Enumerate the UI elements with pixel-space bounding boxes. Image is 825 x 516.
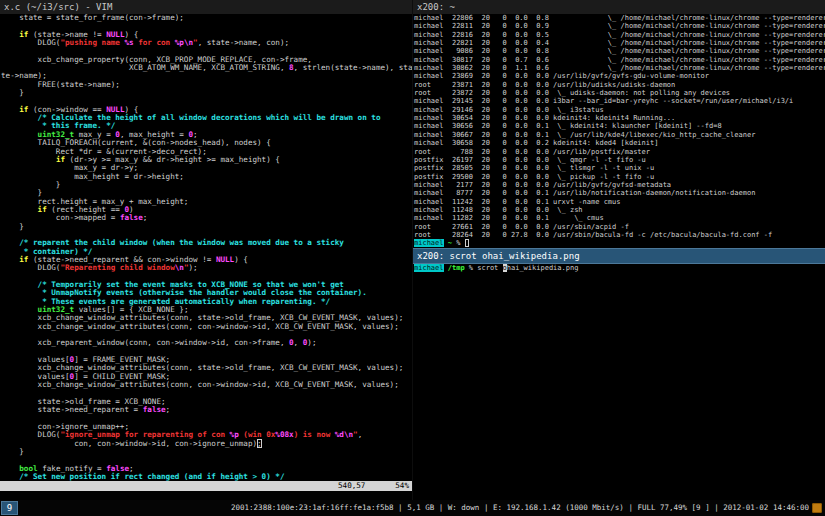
terminal-line: DLOG("pushing name %s for con %p\n", sta…	[1, 39, 412, 47]
terminal-line: michael 30656 20 0 0.0 0.1 \_ kdeinit4: …	[414, 122, 825, 130]
terminal-line: DLOG("Reparenting child window\n");	[1, 264, 412, 272]
terminal-line: michael 30654 20 0 0.0 0.0 kdeinit4: kde…	[414, 114, 825, 122]
terminal-line: }	[1, 223, 412, 231]
terminal-line: }	[1, 448, 412, 456]
i3status-text: 2001:2388:100e:23:1af:16ff:fe1a:f5b8 | 5…	[231, 500, 809, 516]
terminal-line: michael 30667 20 0 0.0 0.1 \_ /usr/lib/k…	[414, 131, 825, 139]
terminal-line: michael 23869 20 0 0.0 0.0 /usr/lib/gvfs…	[414, 72, 825, 80]
terminal-line: michael 29146 20 0 0.0 0.0 \_ i3status	[414, 106, 825, 114]
terminal-line: root 27661 20 0 0.0 0.0 /usr/sbin/acpid …	[414, 223, 825, 231]
terminal-line: michael 9086 20 0 0.0 0.8 \_ /home/micha…	[414, 47, 825, 55]
terminal-line: michael /tmp % scrot ohai_wikipedia.png	[414, 264, 825, 272]
terminal-line: postfix 29500 20 0 0.0 0.0 \_ pickup -l …	[414, 173, 825, 181]
terminal-line: michael 22821 20 0 0.0 0.4 \_ /home/mich…	[414, 39, 825, 47]
process-terminal[interactable]: michael 22806 20 0 0.0 0.8 \_ /home/mich…	[413, 14, 825, 248]
terminal-line: state->need_reparent = false;	[1, 406, 412, 414]
terminal-line: xcb_change_window_attributes(conn, con->…	[1, 323, 412, 331]
scrot-window-titlebar[interactable]: x200: scrot ohai_wikipedia.png	[413, 248, 825, 264]
vim-terminal[interactable]: state = state_for_frame(con->frame); if …	[0, 14, 412, 481]
terminal-line: xcb_reparent_window(conn, con->window->i…	[1, 339, 412, 347]
vim-statusline-filename: src/x.c	[30, 491, 62, 500]
terminal-line: max_height = dr->height;	[1, 173, 412, 181]
terminal-line: con, con->window->id, con->ignore_unmap)…	[1, 440, 412, 448]
terminal-line: michael 30658 20 0 0.0 0.2 kdeinit4: kde…	[414, 139, 825, 147]
process-window-title: x200: ~	[417, 2, 455, 12]
terminal-line: root 23871 20 0 0.0 0.0 /usr/lib/udisks/…	[414, 81, 825, 89]
terminal-line: michael 11242 20 0 0.0 0.1 urxvt -name c…	[414, 198, 825, 206]
terminal-line: xcb_change_window_attributes(conn, con->…	[1, 381, 412, 389]
workspace-button-9[interactable]: 9	[1, 501, 18, 515]
terminal-line: michael 29145 20 0 0.0 0.0 i3bar --bar_i…	[414, 97, 825, 105]
terminal-line: root 23872 20 0 0.0 0.0 \_ udisks-daemon…	[414, 89, 825, 97]
terminal-line: postfix 26197 20 0 0.0 0.0 \_ qmgr -l -t…	[414, 156, 825, 164]
terminal-line: michael 30817 20 0 0.7 0.6 \_ /home/mich…	[414, 56, 825, 64]
terminal-line: michael 11248 20 0 0.0 0.0 \_ zsh	[414, 206, 825, 214]
vim-statusline: src/x.c 540,57 54%	[0, 481, 412, 491]
terminal-line: state = state_for_frame(con->frame);	[1, 14, 412, 22]
window-vim[interactable]: x.c (~/i3/src) - VIM state = state_for_f…	[0, 0, 412, 500]
terminal-line: }	[1, 181, 412, 189]
terminal-line: postfix 28505 20 0 0.0 0.0 \_ tlsmgr -l …	[414, 164, 825, 172]
terminal-line: michael ~ %	[414, 239, 825, 247]
terminal-line: michael 22811 20 0 0.0 0.9 \_ /home/mich…	[414, 22, 825, 30]
terminal-line: }	[1, 89, 412, 97]
desktop: x.c (~/i3/src) - VIM state = state_for_f…	[0, 0, 825, 516]
scrot-terminal[interactable]: michael /tmp % scrot ohai_wikipedia.png	[413, 264, 825, 500]
terminal-line: XCB_ATOM_WM_NAME, XCB_ATOM_STRING, 8, st…	[1, 64, 412, 72]
terminal-line: con->mapped = false;	[1, 214, 412, 222]
i3bar: 9 2001:2388:100e:23:1af:16ff:fe1a:f5b8 |…	[0, 500, 825, 516]
vim-window-title: x.c (~/i3/src) - VIM	[4, 2, 112, 12]
vim-window-titlebar[interactable]: x.c (~/i3/src) - VIM	[0, 0, 412, 15]
window-process-list[interactable]: x200: ~ michael 22806 20 0 0.0 0.8 \_ /h…	[413, 0, 825, 248]
terminal-line: /* Set new position if rect changed (and…	[1, 473, 412, 481]
terminal-line: FREE(state->name);	[1, 81, 412, 89]
terminal-line: michael 22806 20 0 0.0 0.8 \_ /home/mich…	[414, 14, 825, 22]
process-window-titlebar[interactable]: x200: ~	[413, 0, 825, 15]
terminal-line: michael 2177 20 0 0.0 0.0 /usr/lib/gvfs/…	[414, 181, 825, 189]
vim-scroll-percent: 54%	[395, 481, 409, 491]
terminal-line: michael 11282 20 0 0.0 0.1 \_ cmus	[414, 214, 825, 222]
terminal-line: michael 22816 20 0 0.0 0.5 \_ /home/mich…	[414, 31, 825, 39]
window-scrot[interactable]: x200: scrot ohai_wikipedia.png michael /…	[413, 248, 825, 500]
terminal-line: root 28264 20 0 27.8 0.0 /usr/sbin/bacul…	[414, 231, 825, 239]
terminal-line: michael 30862 20 0 1.1 0.6 \_ /home/mich…	[414, 64, 825, 72]
systray-icon[interactable]	[812, 503, 822, 513]
vim-cursor-position: 540,57	[338, 481, 365, 491]
terminal-line: root 788 20 0 0.0 0.0 /usr/lib/postfix/m…	[414, 148, 825, 156]
terminal-line: michael 8777 20 0 0.0 0.1 /usr/lib/notif…	[414, 189, 825, 197]
scrot-window-title: x200: scrot ohai_wikipedia.png	[417, 251, 580, 261]
